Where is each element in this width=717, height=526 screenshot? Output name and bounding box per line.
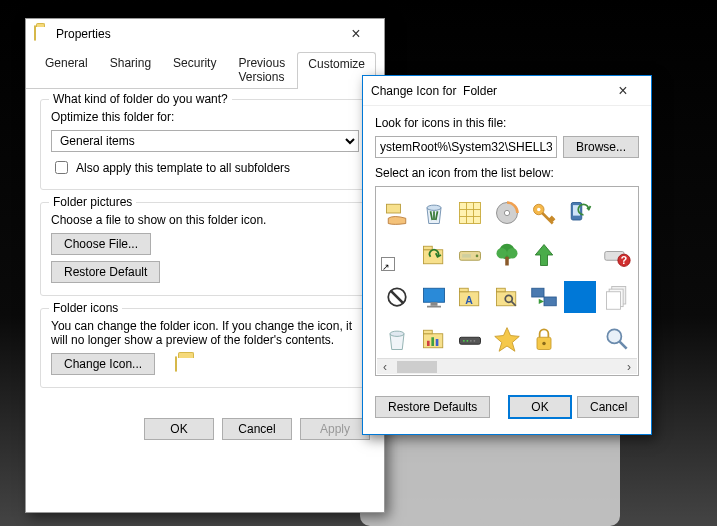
tab-general[interactable]: General — [34, 51, 99, 88]
also-apply-label: Also apply this template to all subfolde… — [76, 161, 290, 175]
svg-point-50 — [607, 329, 621, 343]
change-icon-titlebar[interactable]: Change Icon for Folder × — [363, 76, 651, 106]
svg-point-44 — [463, 340, 465, 342]
disc-media-icon[interactable] — [491, 197, 523, 229]
folder-icon — [34, 26, 50, 42]
select-icon-label: Select an icon from the list below: — [375, 166, 639, 180]
legend-kind: What kind of folder do you want? — [49, 92, 232, 106]
icon-list[interactable]: ?A ‹ › — [375, 186, 639, 376]
tab-strip: General Sharing Security Previous Versio… — [26, 49, 384, 89]
svg-rect-40 — [427, 341, 430, 346]
svg-point-4 — [504, 210, 509, 215]
stop-badge-icon[interactable] — [381, 281, 413, 313]
key-icon[interactable] — [528, 197, 560, 229]
restore-default-button[interactable]: Restore Default — [51, 261, 160, 283]
change-icon-title: Change Icon for Folder — [371, 84, 603, 98]
tab-sharing[interactable]: Sharing — [99, 51, 162, 88]
group-folder-pictures: Folder pictures Choose a file to show on… — [40, 202, 370, 296]
restore-defaults-button[interactable]: Restore Defaults — [375, 396, 490, 418]
svg-rect-17 — [505, 257, 509, 266]
icon-scrollbar[interactable]: ‹ › — [377, 358, 637, 374]
svg-point-49 — [542, 342, 546, 346]
properties-button-row: OK Cancel Apply — [26, 410, 384, 448]
icon-path-input[interactable] — [375, 136, 557, 158]
cancel-button[interactable]: Cancel — [222, 418, 292, 440]
properties-titlebar[interactable]: Properties × — [26, 19, 384, 49]
close-icon[interactable]: × — [336, 25, 376, 43]
scroll-thumb[interactable] — [397, 361, 437, 373]
drive-help-icon[interactable]: ? — [601, 239, 633, 271]
svg-rect-0 — [387, 204, 401, 213]
close-icon[interactable]: × — [603, 82, 643, 100]
svg-rect-39 — [423, 330, 432, 334]
star-favorite-icon[interactable] — [491, 323, 523, 355]
ok-button[interactable]: OK — [144, 418, 214, 440]
svg-rect-36 — [606, 292, 620, 310]
svg-text:?: ? — [620, 254, 626, 266]
tab-security[interactable]: Security — [162, 51, 227, 88]
scroll-right-icon[interactable]: › — [621, 359, 637, 375]
mobile-sync-icon[interactable] — [564, 197, 596, 229]
svg-rect-26 — [460, 288, 469, 292]
optimize-select[interactable]: General items — [51, 130, 359, 152]
recycle-empty-icon[interactable] — [381, 323, 413, 355]
properties-body: What kind of folder do you want? Optimiz… — [26, 89, 384, 410]
svg-rect-29 — [496, 288, 505, 292]
change-icon-button-row: Restore Defaults OK Cancel — [363, 386, 651, 428]
icons-desc: You can change the folder icon. If you c… — [51, 319, 359, 347]
pictures-desc: Choose a file to show on this folder ico… — [51, 213, 359, 227]
chart-folder-icon[interactable] — [418, 323, 450, 355]
drive-icon[interactable] — [454, 239, 486, 271]
blank-icon[interactable] — [601, 197, 633, 229]
change-icon-body: Look for icons in this file: Browse... S… — [363, 106, 651, 386]
up-arrow-icon[interactable] — [528, 239, 560, 271]
svg-rect-22 — [423, 288, 444, 302]
browse-button[interactable]: Browse... — [563, 136, 639, 158]
apply-button[interactable]: Apply — [300, 418, 370, 440]
svg-point-6 — [537, 208, 541, 212]
scroll-left-icon[interactable]: ‹ — [377, 359, 393, 375]
documents-stack-icon[interactable] — [601, 281, 633, 313]
optimize-label: Optimize this folder for: — [51, 110, 359, 124]
lock-icon[interactable] — [528, 323, 560, 355]
blank-icon[interactable] — [564, 239, 596, 271]
blank-icon[interactable] — [564, 323, 596, 355]
font-folder-icon[interactable]: A — [454, 281, 486, 313]
change-icon-dialog: Change Icon for Folder × Look for icons … — [362, 75, 652, 435]
folder-sync-icon[interactable] — [418, 239, 450, 271]
folder-search-icon[interactable] — [491, 281, 523, 313]
svg-point-37 — [390, 331, 404, 336]
magnifier-icon[interactable] — [601, 323, 633, 355]
dialog-ok-button[interactable]: OK — [509, 396, 571, 418]
computer-transfer-icon[interactable] — [528, 281, 560, 313]
look-for-label: Look for icons in this file: — [375, 116, 639, 130]
shortcut-overlay-icon[interactable] — [381, 239, 413, 271]
tab-previous-versions[interactable]: Previous Versions — [227, 51, 297, 88]
recycle-bin-icon[interactable] — [418, 197, 450, 229]
grid-view-icon[interactable] — [454, 197, 486, 229]
svg-point-47 — [474, 340, 476, 342]
svg-point-45 — [467, 340, 469, 342]
also-apply-checkbox[interactable]: Also apply this template to all subfolde… — [51, 158, 359, 177]
dialog-cancel-button[interactable]: Cancel — [577, 396, 639, 418]
svg-rect-23 — [430, 302, 437, 306]
svg-point-12 — [476, 255, 479, 258]
svg-rect-42 — [436, 339, 439, 346]
svg-rect-13 — [463, 254, 472, 258]
tree-icon[interactable] — [491, 239, 523, 271]
selected-blue-icon[interactable] — [564, 281, 596, 313]
svg-point-46 — [470, 340, 472, 342]
group-folder-kind: What kind of folder do you want? Optimiz… — [40, 99, 370, 190]
network-device-icon[interactable] — [454, 323, 486, 355]
also-apply-input[interactable] — [55, 161, 68, 174]
change-icon-button[interactable]: Change Icon... — [51, 353, 155, 375]
choose-file-button[interactable]: Choose File... — [51, 233, 151, 255]
current-folder-icon — [175, 357, 177, 371]
svg-rect-32 — [544, 297, 556, 306]
svg-rect-2 — [460, 203, 481, 224]
legend-icons: Folder icons — [49, 301, 122, 315]
svg-rect-24 — [427, 306, 441, 308]
hand-share-icon[interactable] — [381, 197, 413, 229]
group-folder-icons: Folder icons You can change the folder i… — [40, 308, 370, 388]
display-blue-icon[interactable] — [418, 281, 450, 313]
